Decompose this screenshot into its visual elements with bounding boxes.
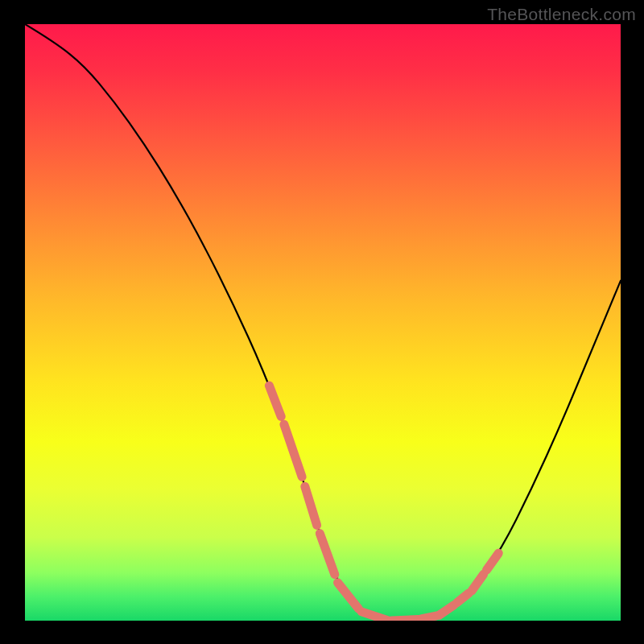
highlight-dash (439, 605, 454, 616)
highlight-dash (472, 574, 484, 591)
highlight-dash (421, 616, 436, 619)
chart-frame: TheBottleneck.com (0, 0, 644, 644)
highlight-dash (361, 612, 388, 621)
chart-plot-area (25, 24, 621, 621)
highlight-dash (320, 534, 335, 575)
highlight-dash (305, 486, 317, 525)
highlight-dash (391, 620, 418, 621)
highlight-dash (269, 386, 281, 417)
chart-svg (25, 24, 621, 621)
attribution-label: TheBottleneck.com (487, 5, 636, 24)
highlight-dashes (269, 386, 498, 621)
highlight-dash (338, 583, 359, 609)
highlight-dash (284, 424, 302, 477)
highlight-dash (487, 553, 499, 570)
highlight-dash (457, 593, 469, 603)
